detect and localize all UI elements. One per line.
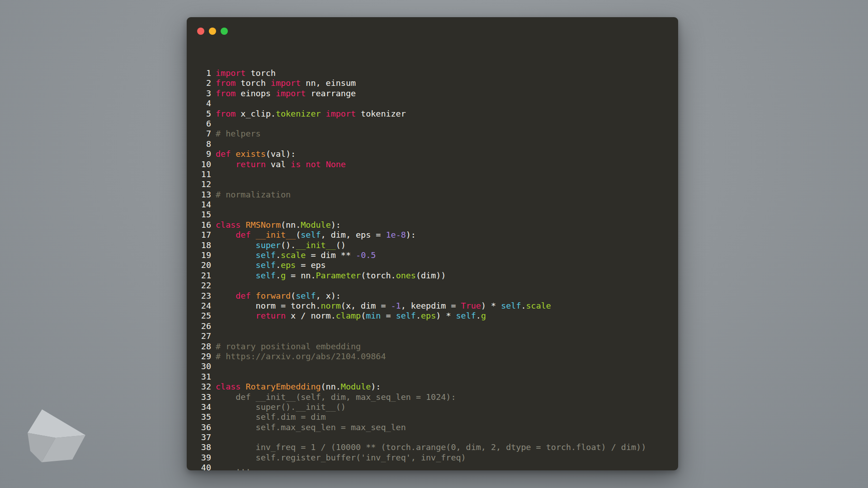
line-number: 24: [187, 301, 211, 311]
code-line: 14: [187, 200, 675, 210]
code-line: 1import torch: [187, 68, 675, 78]
line-number: 11: [187, 169, 211, 179]
code-text: return val is not None: [211, 160, 346, 169]
code-line: 33 def __init__(self, dim, max_seq_len =…: [187, 392, 675, 402]
line-number: 10: [187, 160, 211, 169]
code-line: 40 ...: [187, 463, 675, 473]
code-line: 21 self.g = nn.Parameter(torch.ones(dim)…: [187, 271, 675, 281]
line-number: 18: [187, 240, 211, 250]
line-number: 6: [187, 119, 211, 129]
line-number: 33: [187, 392, 211, 402]
code-text: [211, 139, 216, 149]
line-number: 40: [187, 463, 211, 473]
line-number: 27: [187, 331, 211, 341]
line-number: 8: [187, 139, 211, 149]
line-number: 32: [187, 382, 211, 392]
code-line: 32class RotaryEmbedding(nn.Module):: [187, 382, 675, 392]
code-line: 13# normalization: [187, 190, 675, 200]
line-number: 25: [187, 311, 211, 321]
code-line: 10 return val is not None: [187, 160, 675, 169]
code-line: 7# helpers: [187, 129, 675, 139]
code-line: 31: [187, 372, 675, 382]
code-text: def __init__(self, dim, eps = 1e-8):: [211, 230, 416, 240]
code-line: 30: [187, 361, 675, 371]
code-line: 16class RMSNorm(nn.Module):: [187, 220, 675, 230]
code-text: [211, 119, 216, 129]
code-text: self.register_buffer('inv_freq', inv_fre…: [211, 453, 466, 463]
close-button[interactable]: [197, 28, 204, 35]
code-line: 2from torch import nn, einsum: [187, 78, 675, 88]
line-number: 5: [187, 109, 211, 119]
code-line: 11: [187, 169, 675, 179]
code-line: 25 return x / norm.clamp(min = self.eps)…: [187, 311, 675, 321]
line-number: 35: [187, 412, 211, 422]
line-number: 15: [187, 210, 211, 220]
code-text: [211, 372, 216, 382]
code-line: 20 self.eps = eps: [187, 260, 675, 270]
code-editor-window: 1import torch2from torch import nn, eins…: [187, 17, 678, 470]
code-text: return x / norm.clamp(min = self.eps) * …: [211, 311, 486, 321]
line-number: 14: [187, 200, 211, 210]
code-line: 37: [187, 432, 675, 442]
code-area: 1import torch2from torch import nn, eins…: [187, 68, 675, 473]
window-titlebar: [197, 28, 228, 35]
line-number: 23: [187, 291, 211, 301]
code-line: 36 self.max_seq_len = max_seq_len: [187, 422, 675, 432]
line-number: 28: [187, 342, 211, 352]
code-text: self.scale = dim ** -0.5: [211, 250, 376, 260]
code-line: 29# https://arxiv.org/abs/2104.09864: [187, 352, 675, 361]
code-line: 6: [187, 119, 675, 129]
line-number: 3: [187, 89, 211, 99]
line-number: 1: [187, 68, 211, 78]
code-text: # helpers: [211, 129, 261, 139]
cube-top-face: [28, 409, 85, 438]
line-number: 30: [187, 361, 211, 371]
code-text: self.g = nn.Parameter(torch.ones(dim)): [211, 271, 446, 281]
code-line: 38 inv_freq = 1 / (10000 ** (torch.arang…: [187, 442, 675, 452]
code-text: [211, 361, 216, 371]
zoom-button[interactable]: [221, 28, 228, 35]
cube-logo: [26, 408, 85, 463]
code-text: from einops import rearrange: [211, 89, 356, 99]
line-number: 26: [187, 321, 211, 331]
code-text: [211, 200, 216, 210]
line-number: 38: [187, 442, 211, 452]
line-number: 21: [187, 271, 211, 281]
line-number: 22: [187, 281, 211, 291]
code-text: [211, 331, 216, 341]
code-line: 15: [187, 210, 675, 220]
code-text: class RMSNorm(nn.Module):: [211, 220, 341, 230]
code-line: 9def exists(val):: [187, 149, 675, 159]
code-text: # normalization: [211, 190, 291, 200]
code-line: 34 super().__init__(): [187, 402, 675, 412]
code-text: inv_freq = 1 / (10000 ** (torch.arange(0…: [211, 442, 646, 452]
code-text: [211, 179, 216, 189]
line-number: 4: [187, 99, 211, 108]
code-line: 22: [187, 281, 675, 291]
code-text: class RotaryEmbedding(nn.Module):: [211, 382, 381, 392]
minimize-button[interactable]: [209, 28, 216, 35]
code-line: 3from einops import rearrange: [187, 89, 675, 99]
code-text: def __init__(self, dim, max_seq_len = 10…: [211, 392, 456, 402]
code-text: from x_clip.tokenizer import tokenizer: [211, 109, 406, 119]
line-number: 20: [187, 260, 211, 270]
line-number: 29: [187, 352, 211, 361]
code-text: [211, 169, 216, 179]
code-text: def forward(self, x):: [211, 291, 341, 301]
line-number: 31: [187, 372, 211, 382]
code-text: [211, 210, 216, 220]
code-line: 27: [187, 331, 675, 341]
code-line: 39 self.register_buffer('inv_freq', inv_…: [187, 453, 675, 463]
code-line: 17 def __init__(self, dim, eps = 1e-8):: [187, 230, 675, 240]
code-text: ...: [211, 463, 251, 473]
line-number: 13: [187, 190, 211, 200]
line-number: 12: [187, 179, 211, 189]
line-number: 39: [187, 453, 211, 463]
code-line: 35 self.dim = dim: [187, 412, 675, 422]
code-line: 18 super().__init__(): [187, 240, 675, 250]
code-text: self.max_seq_len = max_seq_len: [211, 422, 406, 432]
code-text: [211, 432, 216, 442]
code-line: 5from x_clip.tokenizer import tokenizer: [187, 109, 675, 119]
line-number: 9: [187, 149, 211, 159]
line-number: 7: [187, 129, 211, 139]
